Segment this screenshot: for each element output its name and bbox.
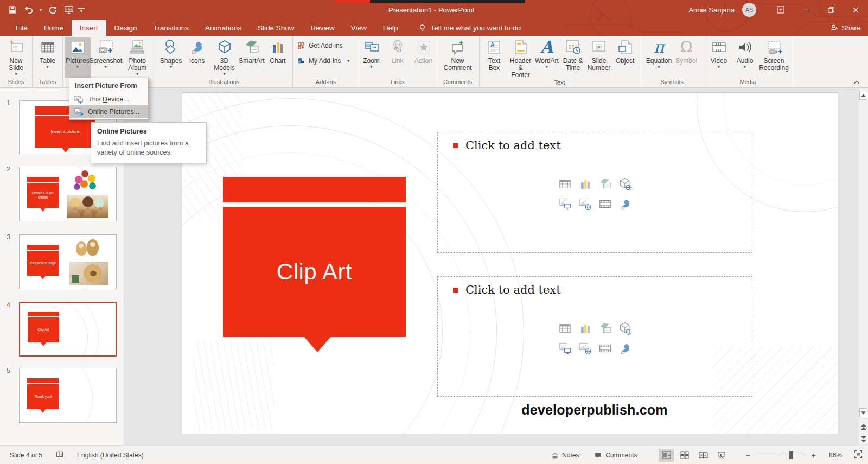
zoom-in-button[interactable]: + — [811, 450, 816, 460]
comments-toggle-button[interactable]: Comments — [594, 452, 637, 459]
screenshot-button[interactable]: Screenshot ▾ — [91, 37, 121, 78]
insert-online-picture-icon[interactable] — [578, 341, 592, 355]
insert-chart-icon[interactable] — [578, 177, 592, 191]
tab-file[interactable]: File — [8, 20, 36, 36]
slide-number-button[interactable]: # Slide Number — [586, 37, 612, 79]
tab-help[interactable]: Help — [375, 20, 406, 36]
menu-item-this-device[interactable]: This Device... — [69, 93, 148, 105]
insert-table-icon[interactable] — [558, 321, 572, 335]
scroll-down-button[interactable] — [859, 408, 867, 417]
my-addins-button[interactable]: My Add-ins ▾ — [295, 55, 357, 66]
save-button[interactable] — [5, 3, 20, 17]
insert-3d-model-icon[interactable] — [618, 321, 632, 335]
signed-in-user[interactable]: Annie Sanjana — [688, 6, 735, 14]
tab-insert[interactable]: Insert — [72, 20, 106, 36]
insert-smartart-icon[interactable] — [598, 177, 612, 191]
insert-icons-icon[interactable] — [618, 197, 632, 211]
undo-button[interactable] — [22, 3, 36, 17]
chart-button[interactable]: Chart — [265, 37, 291, 78]
redo-button[interactable] — [46, 3, 60, 17]
thumbnail-slide-3[interactable]: Pictures of Dogs — [19, 234, 117, 289]
avatar[interactable]: AS — [742, 3, 756, 17]
get-addins-button[interactable]: Get Add-ins — [295, 40, 357, 51]
insert-picture-icon[interactable] — [558, 197, 572, 211]
insert-table-icon[interactable] — [558, 177, 572, 191]
object-button[interactable]: Object — [612, 37, 638, 79]
undo-dropdown-caret-icon[interactable]: ▾ — [38, 3, 43, 17]
insert-chart-icon[interactable] — [578, 321, 592, 335]
tab-view[interactable]: View — [343, 20, 375, 36]
minimize-button[interactable] — [793, 0, 818, 20]
slide-show-view-button[interactable] — [714, 449, 729, 462]
share-button[interactable]: Share — [830, 20, 860, 36]
zoom-percentage[interactable]: 86% — [824, 452, 842, 459]
thumbnail-slide-2[interactable]: Pictures of Ice cream — [19, 167, 117, 221]
insert-icons-icon[interactable] — [618, 341, 632, 355]
new-comment-button[interactable]: New Comment — [441, 37, 475, 78]
insert-video-icon[interactable] — [598, 341, 612, 355]
group-symbols: π Equation ▾ Ω Symbol Symbols — [640, 36, 704, 87]
notes-toggle-button[interactable]: Notes — [551, 452, 579, 459]
pictures-button[interactable]: Pictures ▾ — [65, 37, 91, 78]
slide-sorter-view-button[interactable] — [677, 449, 692, 462]
new-slide-button[interactable]: New Slide ▾ — [2, 37, 30, 78]
audio-button[interactable]: Audio ▾ — [732, 37, 758, 78]
start-from-beginning-button[interactable] — [62, 3, 76, 17]
previous-slide-button[interactable] — [859, 422, 867, 431]
reading-view-button[interactable] — [695, 449, 711, 462]
equation-button[interactable]: π Equation ▾ — [644, 37, 673, 78]
date-time-button[interactable]: Date & Time — [560, 37, 586, 79]
restore-button[interactable] — [818, 0, 843, 20]
fit-slide-to-window-button[interactable] — [854, 450, 863, 460]
shapes-button[interactable]: Shapes ▾ — [158, 37, 184, 78]
group-label-tables: Tables — [34, 78, 61, 87]
insert-video-icon[interactable] — [598, 197, 612, 211]
3d-models-button[interactable]: 3D Models ▾ — [210, 37, 239, 78]
next-slide-button[interactable] — [859, 434, 867, 443]
wordart-button[interactable]: A WordArt ▾ — [534, 37, 560, 79]
zoom-button[interactable]: Zoom ▾ — [359, 37, 385, 78]
tab-animations[interactable]: Animations — [197, 20, 250, 36]
slide-footer-textbox[interactable]: developerpublish.com — [508, 402, 681, 418]
thumbnail-slide-5[interactable]: Thank you! — [19, 368, 117, 423]
zoom-slider-thumb[interactable] — [789, 451, 793, 459]
icons-button[interactable]: Icons — [184, 37, 210, 78]
screen-recording-button[interactable]: Screen Recording — [758, 37, 790, 78]
language-button[interactable]: English (United States) — [77, 452, 144, 459]
close-button[interactable] — [843, 0, 868, 20]
tab-home[interactable]: Home — [36, 20, 72, 36]
insert-online-picture-icon[interactable] — [578, 197, 592, 211]
clipart-bubble-body[interactable]: Clip Art — [223, 207, 406, 337]
tab-review[interactable]: Review — [302, 20, 342, 36]
header-footer-label: Header & Footer — [509, 58, 532, 79]
insert-3d-model-icon[interactable] — [618, 177, 632, 191]
table-button[interactable]: Table ▾ — [35, 37, 61, 78]
tell-me-box[interactable]: Tell me what you want to do — [418, 20, 521, 36]
ribbon-display-options-button[interactable] — [768, 0, 793, 20]
customize-quick-access-caret-icon[interactable]: ▾ — [78, 8, 85, 14]
photo-album-button[interactable]: Photo Album ▾ — [121, 37, 155, 78]
zoom-slider[interactable] — [755, 455, 807, 455]
collapse-ribbon-button[interactable] — [851, 78, 863, 87]
tab-slide-show[interactable]: Slide Show — [250, 20, 303, 36]
normal-view-button[interactable] — [659, 449, 674, 462]
insert-smartart-icon[interactable] — [598, 321, 612, 335]
thumbnail-slide-4-selected[interactable]: Clip Art — [19, 302, 117, 357]
menu-item-online-pictures[interactable]: Online Pictures... — [69, 105, 148, 118]
content-placeholder-top[interactable]: Click to add text — [437, 132, 752, 253]
canvas-vertical-scrollbar[interactable] — [859, 88, 868, 445]
slide-4-editor[interactable]: Clip Art Click to add text — [182, 92, 838, 434]
insert-picture-icon[interactable] — [558, 341, 572, 355]
zoom-out-button[interactable]: − — [745, 450, 750, 460]
content-placeholder-bottom[interactable]: Click to add text — [437, 276, 752, 397]
video-button[interactable]: Video ▾ — [706, 37, 732, 78]
header-footer-button[interactable]: Header & Footer — [507, 37, 534, 79]
clipart-bubble-strip[interactable] — [223, 177, 406, 202]
scroll-up-button[interactable] — [859, 91, 867, 100]
text-box-button[interactable]: A Text Box — [481, 37, 507, 79]
spell-check-status-button[interactable] — [55, 450, 64, 460]
smartart-button[interactable]: SmartArt — [239, 37, 265, 78]
tab-transitions[interactable]: Transitions — [145, 20, 197, 36]
thumb2-icecream-cones-image — [67, 195, 108, 218]
tab-design[interactable]: Design — [106, 20, 145, 36]
